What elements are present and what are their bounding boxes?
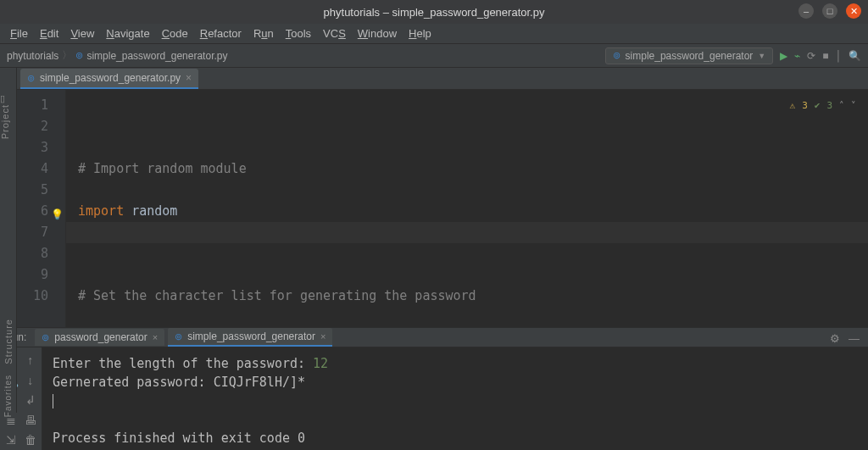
menu-navigate[interactable]: Navigate (101, 25, 154, 42)
settings-icon[interactable]: ⚙ (830, 332, 840, 345)
breadcrumb: phytutorials 〉 ⊚ simple_password_generat… (7, 48, 227, 63)
chevron-down-icon: ▼ (758, 52, 765, 60)
line-number: 4 (17, 158, 48, 180)
run-panel-header: Run: ⊚ password_generator × ⊚ simple_pas… (0, 328, 868, 347)
left-tool-stripe: ▯ Project (0, 68, 17, 327)
menu-tools[interactable]: Tools (281, 25, 316, 42)
run-config-selector[interactable]: ⊚ simple_password_generator ▼ (605, 47, 774, 64)
editor-tab[interactable]: ⊚ simple_password_generator.py × (20, 69, 198, 89)
toolbar-separator: │ (836, 50, 843, 62)
chevron-up-icon: ˄ (839, 95, 844, 116)
menu-vcs[interactable]: VCS (318, 25, 351, 42)
stop-button[interactable]: ■ (822, 50, 828, 62)
structure-tool-button[interactable]: Structure (3, 319, 14, 366)
python-file-icon: ⊚ (75, 50, 83, 61)
line-number: 2 (17, 116, 48, 137)
breadcrumb-project[interactable]: phytutorials (7, 50, 58, 62)
debug-button[interactable]: ⌁ (794, 50, 800, 62)
run-button[interactable]: ▶ (780, 50, 787, 62)
run-tab-label: simple_password_generator (187, 331, 315, 342)
menu-window[interactable]: Window (353, 25, 402, 42)
favorites-tool-button[interactable]: Favorites (3, 375, 13, 419)
close-tab-button[interactable]: × (153, 332, 158, 342)
run-tab-active[interactable]: ⊚ simple_password_generator × (168, 328, 332, 347)
menu-file[interactable]: File (5, 25, 33, 42)
current-line-highlight (66, 222, 868, 243)
print-button[interactable]: 🖶 (21, 411, 41, 430)
pin-button[interactable]: ⇲ (2, 431, 21, 449)
menu-view[interactable]: View (65, 25, 99, 42)
window-maximize-button[interactable]: □ (822, 3, 837, 19)
soft-wrap-button[interactable]: ↲ (21, 391, 41, 409)
main-menu-bar: File Edit View Navigate Code Refactor Ru… (0, 24, 868, 44)
window-minimize-button[interactable]: – (798, 3, 814, 19)
menu-refactor[interactable]: Refactor (195, 25, 247, 42)
window-titlebar: phytutorials – simple_password_generator… (0, 0, 868, 24)
chevron-down-icon: ˅ (851, 95, 856, 116)
run-coverage-button[interactable]: ⟳ (807, 50, 815, 62)
menu-help[interactable]: Help (403, 25, 437, 42)
check-icon: ✔ (815, 95, 821, 116)
breadcrumb-file[interactable]: simple_password_generator.py (86, 50, 227, 62)
editor-tab-label: simple_password_generator.py (40, 72, 181, 84)
close-tab-button[interactable]: × (186, 72, 192, 84)
line-number: 10 (17, 286, 48, 307)
python-file-icon: ⊚ (27, 73, 35, 84)
run-tab-label: password_generator (54, 331, 147, 343)
warning-icon: ⚠ (790, 95, 796, 116)
trash-button[interactable]: 🗑 (21, 431, 41, 449)
inspection-widget[interactable]: ⚠3 ✔3 ˄ ˅ (790, 95, 857, 116)
line-number: 3 (17, 137, 48, 158)
scroll-up-button[interactable]: ↑ (21, 351, 41, 369)
line-number: 5 (17, 180, 48, 201)
search-everywhere-button[interactable]: 🔍 (849, 50, 861, 62)
line-number: 8 (17, 243, 48, 264)
python-file-icon: ⊚ (42, 332, 49, 343)
menu-edit[interactable]: Edit (35, 25, 64, 42)
nav-bar: phytutorials 〉 ⊚ simple_password_generat… (0, 44, 868, 68)
close-tab-button[interactable]: × (320, 331, 326, 342)
line-number: 6 (17, 201, 48, 222)
menu-run[interactable]: Run (248, 25, 279, 42)
window-title: phytutorials – simple_password_generator… (324, 6, 545, 19)
run-tab[interactable]: ⊚ password_generator × (35, 329, 164, 346)
line-number: 9 (17, 264, 48, 286)
line-number: 7 (17, 222, 48, 243)
python-file-icon: ⊚ (613, 50, 620, 61)
editor-tab-bar: ⊚ simple_password_generator.py × (17, 68, 868, 90)
folder-icon: ▯ (0, 93, 5, 103)
project-tool-button[interactable]: ▯ Project (0, 93, 16, 141)
hide-panel-button[interactable]: — (849, 332, 860, 345)
run-console[interactable]: Enter the length of the password: 12 Ger… (42, 347, 868, 450)
editor-content[interactable]: ⚠3 ✔3 ˄ ˅ # Import random module import … (66, 90, 868, 327)
breadcrumb-separator-icon: 〉 (62, 48, 72, 63)
intention-bulb-icon[interactable]: 💡 (51, 204, 64, 225)
editor-gutter[interactable]: 1 2 3 4 5 6 7 8 9 10 💡 (17, 90, 66, 327)
window-close-button[interactable]: ✕ (846, 3, 861, 19)
line-number: 1 (17, 95, 48, 116)
run-config-name: simple_password_generator (626, 50, 754, 62)
caret (53, 394, 53, 408)
scroll-down-button[interactable]: ↓ (21, 371, 41, 390)
python-file-icon: ⊚ (175, 331, 182, 342)
menu-code[interactable]: Code (157, 25, 193, 42)
